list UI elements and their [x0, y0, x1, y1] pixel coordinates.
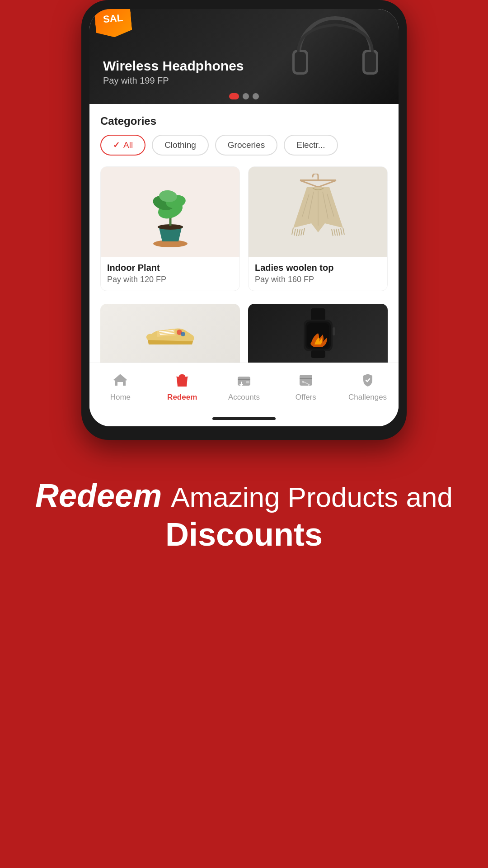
challenges-icon — [358, 370, 378, 390]
redeem-icon — [172, 370, 192, 390]
home-indicator — [89, 411, 399, 426]
svg-rect-3 — [365, 52, 376, 72]
nav-challenges-label: Challenges — [348, 393, 387, 402]
phone-screen: SAL Wireless Headphones Pay with 199 FP — [89, 9, 399, 426]
poncho-image — [249, 167, 387, 257]
nav-item-home[interactable]: Home — [98, 370, 143, 402]
partial-product-row — [89, 296, 399, 363]
check-icon: ✓ — [113, 140, 120, 150]
offers-icon — [296, 370, 316, 390]
product-card-poncho[interactable]: Ladies woolen top Pay with 160 FP — [248, 166, 388, 291]
chip-electronics[interactable]: Electr... — [284, 135, 338, 156]
accounts-icon — [234, 370, 254, 390]
plant-name: Indoor Plant — [107, 263, 233, 273]
poncho-price: Pay with 160 FP — [255, 275, 381, 284]
tagline-discounts-word: Discounts — [27, 515, 461, 554]
product-grid: Indoor Plant Pay with 120 FP — [100, 166, 388, 296]
svg-rect-22 — [333, 327, 335, 335]
svg-rect-26 — [300, 375, 312, 386]
tagline-amazing-text: Amazing Products and — [171, 481, 453, 513]
nav-item-redeem[interactable]: Redeem — [160, 370, 205, 402]
chip-all-label: All — [123, 140, 133, 150]
watch-image — [296, 308, 341, 358]
tagline-text: Redeem Amazing Products and Discounts — [27, 476, 461, 554]
chip-groceries[interactable]: Groceries — [215, 135, 277, 156]
carousel-dot-3[interactable] — [253, 93, 259, 99]
hero-text-block: Wireless Headphones Pay with 199 FP — [103, 58, 244, 86]
chip-clothing[interactable]: Clothing — [152, 135, 209, 156]
hero-title: Wireless Headphones — [103, 58, 244, 74]
svg-rect-25 — [246, 381, 249, 383]
nav-item-challenges[interactable]: Challenges — [345, 370, 390, 402]
carousel-dot-1[interactable] — [229, 93, 239, 99]
plant-image — [101, 167, 239, 257]
plant-info: Indoor Plant Pay with 120 FP — [101, 257, 239, 291]
carousel-dot-2[interactable] — [243, 93, 249, 99]
chip-all[interactable]: ✓ All — [100, 135, 145, 156]
svg-rect-21 — [311, 350, 325, 358]
sale-badge: SAL — [94, 9, 132, 39]
poncho-info: Ladies woolen top Pay with 160 FP — [249, 257, 387, 291]
nav-redeem-label: Redeem — [167, 393, 197, 402]
tagline-section: Redeem Amazing Products and Discounts — [0, 440, 488, 581]
partial-watch-card[interactable] — [248, 304, 388, 363]
nav-home-label: Home — [110, 393, 131, 402]
svg-rect-17 — [311, 308, 325, 321]
nav-item-offers[interactable]: Offers — [283, 370, 328, 402]
headphones-image — [290, 11, 380, 93]
chip-electronics-label: Electr... — [296, 140, 325, 150]
product-card-indoor-plant[interactable]: Indoor Plant Pay with 120 FP — [100, 166, 240, 291]
plant-price: Pay with 120 FP — [107, 275, 233, 284]
poncho-name: Ladies woolen top — [255, 263, 381, 273]
svg-point-30 — [308, 384, 310, 386]
partial-shoe-card[interactable] — [100, 304, 240, 363]
content-area: Categories ✓ All Clothing Groceries Elec… — [89, 104, 399, 296]
phone-shell: SAL Wireless Headphones Pay with 199 FP — [81, 0, 407, 440]
carousel-dots — [229, 93, 259, 99]
nav-item-accounts[interactable]: Accounts — [221, 370, 267, 402]
categories-title: Categories — [100, 115, 388, 127]
chip-clothing-label: Clothing — [164, 140, 196, 150]
nav-offers-label: Offers — [296, 393, 316, 402]
hero-subtitle: Pay with 199 FP — [103, 75, 244, 86]
chip-groceries-label: Groceries — [228, 140, 265, 150]
shoe-image — [143, 311, 197, 356]
home-bar — [212, 417, 276, 420]
svg-point-29 — [302, 381, 304, 383]
nav-accounts-label: Accounts — [228, 393, 260, 402]
hero-banner: SAL Wireless Headphones Pay with 199 FP — [89, 9, 399, 104]
tagline-redeem-word: Redeem — [35, 477, 171, 514]
home-icon — [110, 370, 130, 390]
svg-point-16 — [181, 332, 185, 336]
svg-rect-23 — [181, 380, 183, 381]
bottom-nav: Home Redeem — [89, 363, 399, 411]
category-chips-container: ✓ All Clothing Groceries Electr... — [100, 135, 388, 156]
svg-rect-1 — [295, 52, 306, 72]
